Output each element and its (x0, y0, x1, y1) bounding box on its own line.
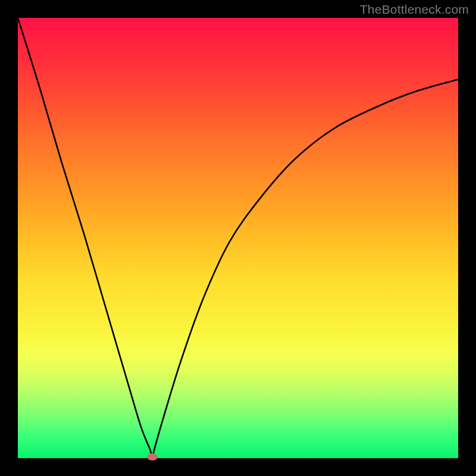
watermark-text: TheBottleneck.com (360, 2, 469, 17)
optimum-marker (147, 453, 158, 461)
chart-frame: TheBottleneck.com (0, 0, 476, 476)
bottleneck-curve (18, 18, 458, 458)
plot-area (18, 18, 458, 458)
